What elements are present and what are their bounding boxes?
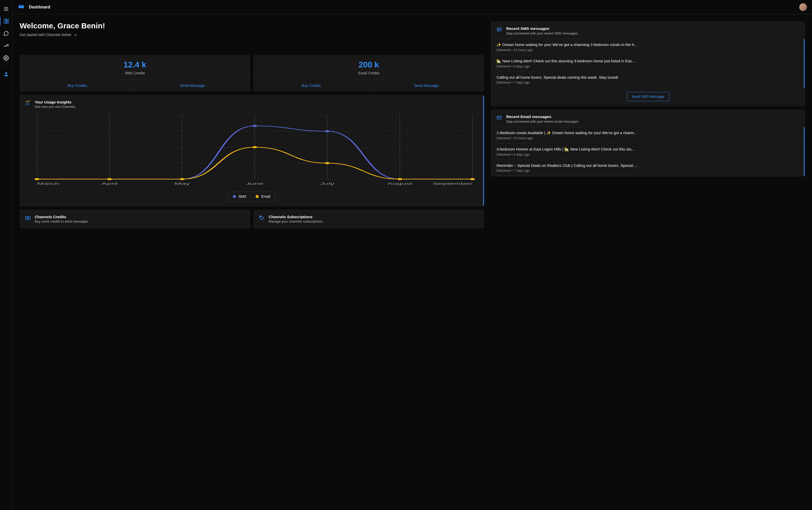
svg-point-41 — [252, 146, 257, 148]
svg-point-6 — [5, 57, 7, 59]
dashboard-icon — [3, 19, 9, 24]
welcome-block: Welcome, Grace Benin! Get started with C… — [20, 22, 484, 37]
svg-text:June: June — [246, 182, 264, 185]
svg-text:September: September — [433, 182, 472, 185]
message-meta: Delivered • 7 days ago — [497, 169, 799, 172]
credits-subtitle: Buy some credits to send messages. — [35, 220, 89, 223]
hamburger-icon — [3, 6, 9, 12]
channels-subscriptions-card[interactable]: Channels Subscriptions Manage your chann… — [253, 210, 484, 228]
svg-point-51 — [500, 29, 501, 29]
svg-point-39 — [107, 178, 112, 180]
email-message-item[interactable]: Reminder – Special Deals on Realtors Clu… — [491, 160, 805, 176]
svg-point-42 — [325, 162, 330, 164]
svg-text:July: July — [320, 182, 334, 185]
svg-point-38 — [34, 178, 39, 180]
legend-email[interactable]: Email — [251, 192, 275, 201]
email-credits-value: 200 k — [254, 55, 484, 71]
svg-text:August: August — [387, 182, 413, 185]
svg-rect-45 — [26, 217, 30, 220]
sidebar-item-dashboard[interactable] — [1, 16, 11, 27]
recent-email-subtitle: Stay connected with your recent email me… — [506, 120, 578, 123]
sidebar-item-analytics[interactable] — [1, 40, 11, 51]
tag-icon — [259, 215, 265, 221]
divider — [0, 66, 12, 66]
insights-title: Your Usage Insights — [35, 100, 76, 104]
svg-point-43 — [397, 178, 402, 180]
subs-subtitle: Manage your channels subscriptions. — [269, 220, 324, 223]
sidebar — [0, 0, 12, 510]
menu-toggle[interactable] — [1, 4, 11, 14]
legend-email-label: Email — [261, 194, 270, 199]
legend-sms[interactable]: SMS — [228, 192, 251, 201]
insights-icon — [25, 101, 31, 106]
svg-point-34 — [252, 125, 257, 127]
topbar: Dashboard — [12, 0, 812, 14]
chat-icon — [3, 31, 9, 36]
svg-text:April: April — [101, 182, 117, 185]
svg-point-49 — [498, 29, 499, 29]
recent-sms-subtitle: Stay connected with your recent SMS mess… — [506, 31, 578, 35]
svg-rect-5 — [6, 22, 8, 23]
dot-icon — [255, 195, 259, 198]
svg-point-40 — [180, 178, 184, 180]
sms-credits-value: 12.4 k — [20, 55, 250, 71]
message-meta: Delivered • 4 days ago — [497, 64, 799, 68]
credits-icon — [25, 215, 31, 221]
email-icon — [497, 115, 502, 121]
gear-icon — [3, 55, 9, 61]
app-logo — [18, 4, 24, 10]
message-meta: Delivered • 15 hours ago — [497, 136, 799, 140]
svg-point-7 — [5, 72, 7, 74]
sidebar-item-messages[interactable] — [1, 28, 11, 39]
usage-chart: MarchAprilMayJuneJulyAugustSeptember — [25, 113, 479, 187]
svg-point-46 — [27, 217, 29, 219]
sms-credits-card: 12.4 k SMS Credits Buy Credits Send Mess… — [20, 55, 250, 91]
welcome-subtitle: Get started with Channels below — [20, 33, 71, 37]
email-send-message-button[interactable]: Send Message — [369, 80, 484, 91]
credits-title: Channels Credits — [35, 215, 89, 219]
recent-sms-title: Recent SMS messages — [506, 26, 578, 31]
email-message-item[interactable]: 3-bedroom Homes at East Legon Hills | 🏡 … — [491, 144, 805, 160]
message-title: Reminder – Special Deals on Realtors Clu… — [497, 163, 799, 168]
channels-credits-card[interactable]: Channels Credits Buy some credits to sen… — [20, 210, 250, 228]
svg-point-35 — [325, 130, 330, 132]
avatar[interactable] — [799, 3, 807, 11]
recent-email-title: Recent Email messages — [506, 114, 578, 119]
welcome-heading: Welcome, Grace Benin! — [20, 22, 484, 30]
sms-message-item[interactable]: 🏡 New Listing Alert! Check out this stun… — [491, 55, 805, 72]
message-meta: Delivered • 15 hours ago — [497, 48, 799, 52]
message-meta: Delivered • 7 days ago — [497, 81, 799, 84]
mail-logo-icon — [18, 4, 24, 10]
usage-insights-card: Your Usage Insights See how you use Chan… — [20, 95, 484, 206]
svg-point-44 — [470, 178, 475, 180]
recent-sms-panel: Recent SMS messages Stay connected with … — [491, 22, 805, 106]
svg-point-47 — [260, 217, 261, 217]
page-title: Dashboard — [29, 5, 50, 9]
email-message-item[interactable]: 2-Bedtoom condo Available | ✨ Dream home… — [491, 127, 805, 144]
subs-title: Channels Subscriptions — [269, 215, 324, 219]
user-icon — [3, 71, 9, 77]
email-buy-credits-button[interactable]: Buy Credits — [254, 80, 369, 91]
message-title: ✨ Dream home waiting for you! We've got … — [497, 42, 799, 47]
arrow-down-icon — [74, 33, 78, 36]
message-title: 3-bedroom Homes at East Legon Hills | 🏡 … — [497, 147, 799, 151]
message-title: 🏡 New Listing Alert! Check out this stun… — [497, 59, 799, 63]
sms-send-message-button[interactable]: Send Message — [135, 80, 250, 91]
sms-buy-credits-button[interactable]: Buy Credits — [20, 80, 135, 91]
analytics-icon — [3, 43, 9, 49]
message-title: Calling out all home lovers. Special dea… — [497, 75, 799, 80]
insights-subtitle: See how you use Channels. — [35, 105, 76, 109]
message-meta: Delivered • 4 days ago — [497, 152, 799, 157]
sms-credits-label: SMS Credits — [20, 71, 250, 80]
send-sms-button[interactable]: Send SMS Message — [627, 92, 669, 101]
svg-point-50 — [499, 29, 500, 29]
sms-message-item[interactable]: Calling out all home lovers. Special dea… — [491, 72, 805, 88]
svg-rect-4 — [6, 19, 8, 21]
email-credits-card: 200 k Email Credits Buy Credits Send Mes… — [253, 55, 484, 91]
svg-rect-3 — [4, 19, 6, 24]
email-credits-label: Email Credits — [254, 71, 484, 80]
sms-message-item[interactable]: ✨ Dream home waiting for you! We've got … — [491, 39, 805, 55]
sidebar-item-settings[interactable] — [1, 53, 11, 63]
legend-sms-label: SMS — [239, 194, 246, 199]
sidebar-item-profile[interactable] — [1, 69, 11, 80]
